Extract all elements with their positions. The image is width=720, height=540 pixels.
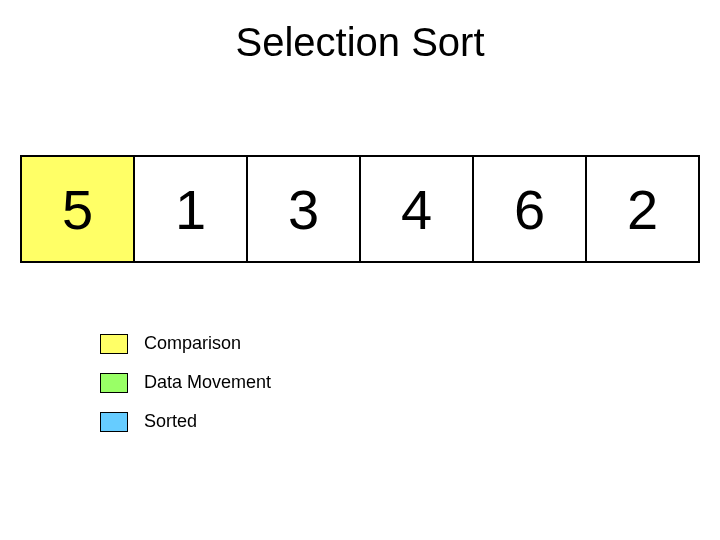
array-cell: 3	[248, 157, 361, 261]
legend-row-movement: Data Movement	[100, 372, 720, 393]
array-cell: 6	[474, 157, 587, 261]
swatch-comparison	[100, 334, 128, 354]
swatch-sorted	[100, 412, 128, 432]
legend-row-sorted: Sorted	[100, 411, 720, 432]
array-cell: 2	[587, 157, 698, 261]
legend-label-comparison: Comparison	[144, 333, 241, 354]
array-container: 5 1 3 4 6 2	[20, 155, 700, 263]
legend-label-movement: Data Movement	[144, 372, 271, 393]
array-cell: 4	[361, 157, 474, 261]
swatch-movement	[100, 373, 128, 393]
array-cell: 5	[22, 157, 135, 261]
page-title: Selection Sort	[0, 0, 720, 65]
legend-row-comparison: Comparison	[100, 333, 720, 354]
array-cell: 1	[135, 157, 248, 261]
legend-label-sorted: Sorted	[144, 411, 197, 432]
legend: Comparison Data Movement Sorted	[100, 333, 720, 432]
